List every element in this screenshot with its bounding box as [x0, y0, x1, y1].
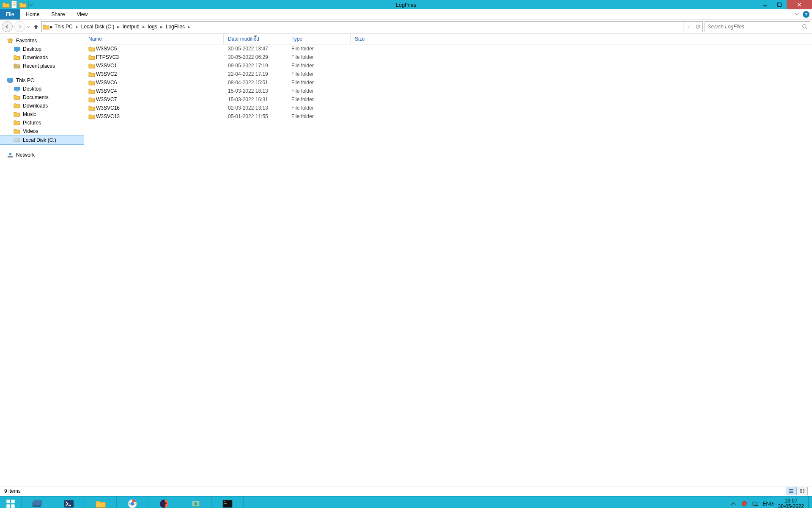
file-name: W3SVC5	[96, 46, 228, 52]
breadcrumb-item[interactable]: This PC▸	[53, 22, 80, 32]
tree-item-pictures[interactable]: Pictures	[0, 119, 84, 127]
tree-label: Pictures	[23, 120, 41, 126]
file-row[interactable]: W3SVC109-05-2022 17:19File folder	[84, 61, 812, 70]
file-row[interactable]: W3SVC715-03-2022 16:31File folder	[84, 95, 812, 104]
svg-rect-5	[7, 78, 13, 82]
tree-item-downloads[interactable]: Downloads	[0, 102, 84, 110]
navigation-tree: Favorites Desktop Downloads Recent place…	[0, 34, 84, 486]
minimize-button[interactable]	[758, 0, 772, 9]
folder-icon	[42, 24, 50, 30]
home-tab[interactable]: Home	[20, 9, 45, 19]
tree-label: Desktop	[23, 46, 41, 52]
tree-this-pc[interactable]: This PC	[0, 76, 84, 85]
tray-language[interactable]: ENG	[763, 501, 774, 507]
tree-label: Music	[23, 111, 36, 117]
refresh-icon[interactable]	[693, 22, 702, 32]
file-row[interactable]: W3SVC1305-01-2022 11:55File folder	[84, 112, 812, 121]
taskbar-server-manager[interactable]	[22, 497, 53, 508]
address-history-icon[interactable]	[683, 22, 693, 32]
tree-item-desktop[interactable]: Desktop	[0, 45, 84, 53]
column-headers: Name Date modified Type Size	[84, 34, 812, 44]
svg-rect-8	[16, 91, 18, 91]
breadcrumb-item[interactable]: logs▸	[146, 22, 164, 32]
file-tab[interactable]: File	[0, 9, 20, 19]
chevron-right-icon[interactable]: ▸	[187, 24, 192, 30]
new-doc-icon[interactable]	[11, 1, 18, 8]
tree-item-documents[interactable]: Documents	[0, 93, 84, 102]
tree-item-recent-places[interactable]: Recent places	[0, 62, 84, 70]
file-row[interactable]: W3SVC608-04-2022 15:51File folder	[84, 78, 812, 87]
taskbar-firefox[interactable]	[148, 497, 180, 508]
share-tab[interactable]: Share	[45, 9, 71, 19]
tree-item-local-disk-c[interactable]: Local Disk (C:)	[0, 135, 84, 145]
tray-security-icon[interactable]	[741, 500, 748, 507]
thumbnails-view-button[interactable]	[797, 487, 808, 495]
recent-locations-icon[interactable]	[27, 24, 30, 30]
file-row[interactable]: W3SVC530-05-2022 13:47File folder	[84, 44, 812, 53]
tree-label: This PC	[16, 77, 34, 83]
taskbar-powershell[interactable]	[53, 497, 85, 508]
file-name: FTPSVC3	[96, 54, 228, 60]
tree-item-videos[interactable]: Videos	[0, 127, 84, 135]
address-bar[interactable]: ▸ This PC▸ Local Disk (C:)▸ inetpub▸ log…	[41, 21, 703, 32]
file-date: 30-05-2022 13:47	[228, 46, 291, 52]
svg-rect-20	[11, 504, 14, 508]
tree-label: Desktop	[23, 86, 41, 92]
close-button[interactable]	[787, 0, 812, 9]
tray-network-icon[interactable]	[752, 500, 759, 507]
properties-icon[interactable]	[19, 1, 27, 8]
file-row[interactable]: FTPSVC330-05-2022 06:29File folder	[84, 53, 812, 61]
column-size[interactable]: Size	[351, 34, 391, 44]
tree-item-downloads[interactable]: Downloads	[0, 53, 84, 62]
taskbar: ENG 16:07 30-05-2022	[0, 496, 812, 508]
svg-rect-1	[778, 3, 781, 6]
chevron-right-icon[interactable]: ▸	[116, 24, 121, 30]
up-button[interactable]	[32, 22, 40, 31]
svg-point-25	[131, 502, 134, 506]
tree-favorites[interactable]: Favorites	[0, 36, 84, 45]
column-type[interactable]: Type	[287, 34, 351, 44]
search-input[interactable]	[705, 24, 800, 30]
tree-item-desktop[interactable]: Desktop	[0, 85, 84, 93]
taskbar-cmd[interactable]	[212, 497, 244, 508]
ribbon-expand-icon[interactable]	[794, 11, 799, 18]
recent-icon	[14, 63, 20, 69]
column-date-modified[interactable]: Date modified	[224, 34, 287, 44]
help-icon[interactable]: ?	[803, 11, 809, 18]
taskbar-chrome[interactable]	[117, 497, 148, 508]
view-tab[interactable]: View	[71, 9, 93, 19]
file-row[interactable]: W3SVC1602-03-2022 13:13File folder	[84, 104, 812, 112]
chevron-right-icon[interactable]: ▸	[159, 24, 164, 30]
tray-chevron-icon[interactable]	[730, 500, 737, 507]
svg-rect-30	[753, 502, 757, 505]
tree-item-music[interactable]: Music	[0, 110, 84, 119]
status-bar: 9 items	[0, 486, 812, 496]
chevron-right-icon[interactable]: ▸	[74, 24, 80, 30]
taskbar-file-explorer[interactable]	[85, 497, 117, 508]
column-name[interactable]: Name	[84, 34, 224, 44]
svg-rect-7	[14, 87, 20, 91]
taskbar-iis[interactable]	[180, 497, 212, 508]
maximize-button[interactable]	[772, 0, 787, 9]
file-type: File folder	[291, 46, 355, 52]
breadcrumb-item[interactable]: inetpub▸	[121, 22, 146, 32]
details-view-button[interactable]	[786, 487, 797, 495]
file-name: W3SVC1	[96, 63, 228, 69]
search-icon[interactable]	[800, 24, 810, 30]
show-desktop-button[interactable]	[808, 497, 812, 508]
qat-dropdown-icon[interactable]	[30, 2, 33, 8]
file-row[interactable]: W3SVC222-04-2022 17:19File folder	[84, 70, 812, 78]
folder-icon	[88, 105, 96, 111]
breadcrumb-item[interactable]: Local Disk (C:)▸	[80, 22, 121, 32]
file-row[interactable]: W3SVC415-03-2022 18:13File folder	[84, 87, 812, 95]
tree-network[interactable]: Network	[0, 151, 84, 159]
breadcrumb-item[interactable]: LogFiles▸	[164, 22, 192, 32]
back-button[interactable]	[2, 21, 13, 32]
tray-clock[interactable]: 16:07 30-05-2022	[778, 498, 804, 508]
search-box[interactable]	[705, 21, 810, 32]
file-date: 22-04-2022 17:19	[228, 71, 291, 77]
start-button[interactable]	[0, 497, 22, 508]
forward-button[interactable]	[14, 21, 25, 32]
chevron-right-icon[interactable]: ▸	[141, 24, 146, 30]
folder-icon	[14, 102, 20, 109]
